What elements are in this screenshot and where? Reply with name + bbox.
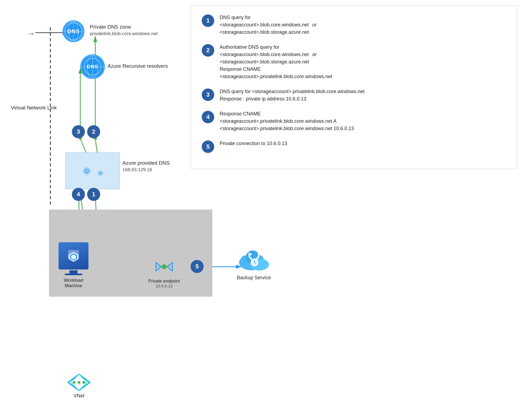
workload-machine-base [65, 274, 82, 275]
private-dns-zone-label2: privatelink.blob.core.windows.net [90, 31, 158, 36]
step-number-5: 5 [202, 140, 214, 153]
step-text-2: Authoritative DNS query for <storageacco… [220, 44, 332, 80]
private-endpoint-label1: Private endpoint [148, 279, 180, 284]
svg-point-53 [73, 381, 75, 384]
svg-point-40 [162, 264, 167, 269]
workload-machine-icon [59, 242, 88, 269]
left-arrow: → [27, 29, 35, 38]
private-endpoint-icon: Private endpoint 10.6.0.13 [148, 256, 180, 288]
step-row-4: 4 Response CNAME <storageaccount>.privat… [202, 110, 506, 132]
vnet-label: VNet [73, 393, 84, 399]
vnet-icon: VNet [67, 373, 91, 399]
step-row-2: 2 Authoritative DNS query for <storageac… [202, 44, 506, 80]
workload-machine-label: Workload Machine [54, 278, 93, 289]
backup-cloud-svg [238, 245, 270, 272]
azure-recursive-resolvers-label: Azure Recursive resolvers [108, 63, 168, 69]
private-endpoint-label2: 10.6.0.13 [156, 284, 173, 288]
gear-icon-large [80, 164, 94, 178]
svg-point-54 [78, 381, 80, 384]
vnet-svg [67, 373, 91, 392]
step-circle-4-diagram: 4 [72, 188, 85, 201]
step-number-2: 2 [202, 44, 214, 57]
backup-service-label: Backup Service [237, 275, 271, 281]
step-text-5: Private connection to 10.6.0.13 [220, 140, 287, 147]
azure-dns-label2: 168.63.129.16 [122, 167, 152, 173]
step-number-4: 4 [202, 111, 214, 123]
steps-panel: 1 DNS query for <storageaccount>.blob.co… [191, 5, 517, 169]
private-dns-zone-label1: Private DNS zone [90, 24, 131, 30]
azure-recursive-dns-globe: DNS [80, 54, 105, 79]
virtual-network-link-label: Virtual Network Link [11, 105, 57, 111]
step-circle-2-diagram: 2 [87, 125, 100, 138]
gear-icon-small [96, 168, 105, 178]
workload-icon-svg [65, 248, 82, 264]
step-circle-1-diagram: 1 [87, 188, 100, 201]
main-diagram: → DNS Private DNS zone privatelink.blob.… [0, 0, 524, 420]
svg-point-55 [82, 381, 85, 384]
azure-dns-label1: Azure provided DNS [122, 160, 170, 166]
step-row-1: 1 DNS query for <storageaccount>.blob.co… [202, 14, 506, 36]
step-number-1: 1 [202, 14, 214, 27]
step-circle-3-diagram: 3 [72, 125, 85, 138]
private-dns-globe: DNS [63, 20, 84, 42]
step-circle-5-diagram: 5 [191, 260, 204, 273]
private-endpoint-svg [153, 256, 175, 278]
backup-service-icon: Backup Service [237, 245, 271, 281]
step-row-3: 3 DNS query for <storageaccount>.private… [202, 88, 506, 103]
step-text-1: DNS query for <storageaccount>.blob.core… [220, 14, 319, 36]
azure-dns-box [65, 152, 120, 189]
step-text-3: DNS query for <storageaccount>.privateli… [220, 88, 364, 103]
step-row-5: 5 Private connection to 10.6.0.13 [202, 140, 506, 153]
step-text-4: Response CNAME <storageaccount>.privatel… [220, 110, 354, 132]
step-number-3: 3 [202, 88, 214, 101]
